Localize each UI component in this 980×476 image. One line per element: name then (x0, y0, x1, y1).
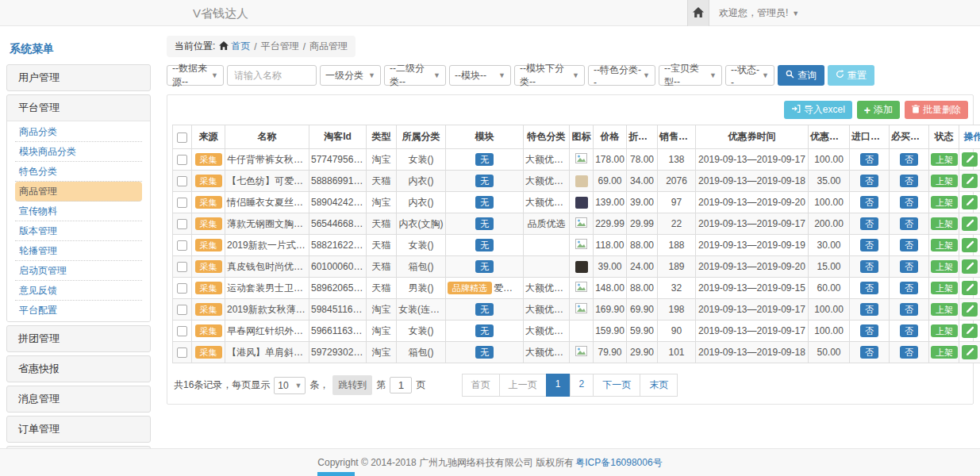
search-button[interactable]: 查询 (778, 65, 824, 86)
jump-page-input[interactable] (390, 377, 412, 393)
add-button[interactable]: + 添加 (857, 101, 900, 119)
sidebar-item-user-management[interactable]: 用户管理 (7, 65, 150, 90)
must-buy-toggle[interactable]: 否 (900, 324, 918, 338)
breadcrumb-home-link[interactable]: 首页 (219, 40, 250, 53)
must-buy-toggle[interactable]: 否 (900, 282, 918, 295)
edit-button[interactable] (962, 281, 978, 295)
edit-button[interactable] (962, 238, 978, 252)
module-none-badge[interactable]: 无 (475, 153, 494, 167)
sidebar-item-splash-management[interactable]: 启动页管理 (15, 261, 142, 281)
import-pick-toggle[interactable]: 否 (860, 260, 878, 274)
row-checkbox[interactable] (177, 198, 187, 208)
sidebar-item-message-management[interactable]: 消息管理 (7, 386, 150, 412)
module-none-badge[interactable]: 无 (475, 260, 494, 274)
status-badge[interactable]: 上架 (931, 324, 958, 338)
sidebar-item-version-management[interactable]: 版本管理 (15, 221, 142, 241)
import-pick-toggle[interactable]: 否 (860, 196, 878, 209)
edit-button[interactable] (962, 217, 978, 231)
must-buy-toggle[interactable]: 否 (900, 260, 918, 274)
filter-select-level1-category[interactable]: 一级分类▼ (320, 65, 381, 86)
row-checkbox[interactable] (177, 326, 187, 336)
breadcrumb-item-platform[interactable]: 平台管理 (261, 40, 299, 53)
sidebar-item-feature-category[interactable]: 特色分类 (15, 162, 142, 182)
user-menu[interactable]: 欢迎您，管理员! ▼ (719, 6, 799, 20)
row-checkbox[interactable] (177, 305, 187, 315)
row-checkbox[interactable] (177, 262, 187, 272)
import-excel-button[interactable]: 导入excel (784, 101, 852, 119)
import-pick-toggle[interactable]: 否 (860, 239, 878, 252)
sidebar-item-product-category[interactable]: 商品分类 (15, 122, 142, 142)
row-checkbox[interactable] (177, 176, 187, 186)
status-badge[interactable]: 上架 (931, 217, 958, 231)
row-checkbox[interactable] (177, 219, 187, 229)
module-none-badge[interactable]: 无 (475, 196, 494, 209)
must-buy-toggle[interactable]: 否 (900, 217, 918, 231)
filter-select-data-source[interactable]: --数据来源--▼ (167, 65, 224, 86)
edit-button[interactable] (962, 259, 978, 274)
import-pick-toggle[interactable]: 否 (860, 217, 878, 231)
sidebar-item-order-management[interactable]: 订单管理 (7, 416, 150, 442)
name-search-input[interactable] (227, 65, 317, 86)
page-button-2[interactable]: 2 (570, 374, 594, 397)
icp-link[interactable]: 粤ICP备16098006号 (575, 456, 662, 470)
first-page-button[interactable]: 首页 (462, 374, 500, 397)
edit-button[interactable] (962, 345, 978, 359)
sidebar-item-module-product-category[interactable]: 模块商品分类 (15, 142, 142, 162)
import-pick-toggle[interactable]: 否 (860, 282, 878, 295)
must-buy-toggle[interactable]: 否 (900, 196, 918, 209)
edit-button[interactable] (962, 152, 978, 167)
status-badge[interactable]: 上架 (931, 303, 958, 317)
must-buy-toggle[interactable]: 否 (900, 303, 918, 317)
row-checkbox[interactable] (177, 240, 187, 251)
jump-button[interactable]: 跳转到 (332, 375, 372, 395)
status-badge[interactable]: 上架 (931, 239, 958, 252)
filter-select-module[interactable]: --模块--▼ (449, 65, 511, 86)
row-checkbox[interactable] (177, 347, 187, 358)
status-badge[interactable]: 上架 (931, 196, 958, 209)
sidebar-item-groupbuy-management[interactable]: 拼团管理 (7, 326, 150, 351)
home-button[interactable] (687, 0, 709, 26)
must-buy-toggle[interactable]: 否 (900, 346, 918, 359)
must-buy-toggle[interactable]: 否 (900, 175, 918, 188)
status-badge[interactable]: 上架 (931, 282, 958, 295)
sidebar-item-feedback[interactable]: 意见反馈 (15, 281, 142, 301)
import-pick-toggle[interactable]: 否 (860, 153, 878, 167)
edit-button[interactable] (962, 174, 978, 188)
sidebar-item-product-management[interactable]: 商品管理 (15, 182, 142, 202)
import-pick-toggle[interactable]: 否 (860, 346, 878, 359)
row-checkbox[interactable] (177, 155, 187, 165)
status-badge[interactable]: 上架 (931, 175, 958, 188)
status-badge[interactable]: 上架 (931, 346, 958, 359)
import-pick-toggle[interactable]: 否 (860, 175, 878, 188)
row-checkbox[interactable] (177, 283, 187, 294)
module-none-badge[interactable]: 无 (475, 217, 494, 231)
prev-page-button[interactable]: 上一页 (499, 374, 547, 397)
last-page-button[interactable]: 末页 (640, 374, 678, 397)
select-all-checkbox[interactable] (177, 132, 187, 143)
status-badge[interactable]: 上架 (931, 153, 958, 167)
filter-select-status[interactable]: --状态--▼ (725, 65, 774, 86)
import-pick-toggle[interactable]: 否 (860, 324, 878, 338)
status-badge[interactable]: 上架 (931, 260, 958, 274)
filter-select-item-type[interactable]: --宝贝类型--▼ (659, 65, 722, 86)
module-none-badge[interactable]: 无 (475, 303, 494, 317)
must-buy-toggle[interactable]: 否 (900, 153, 918, 167)
module-none-badge[interactable]: 无 (475, 175, 494, 188)
sidebar-item-platform-config[interactable]: 平台配置 (15, 301, 142, 321)
sidebar-item-savings-express[interactable]: 省惠快报 (7, 356, 150, 382)
sidebar-item-carousel-management[interactable]: 轮播管理 (15, 241, 142, 261)
module-none-badge[interactable]: 无 (475, 239, 494, 252)
next-page-button[interactable]: 下一页 (593, 374, 640, 397)
module-none-badge[interactable]: 无 (475, 346, 494, 359)
edit-button[interactable] (962, 324, 978, 338)
reset-button[interactable]: 重置 (828, 65, 874, 86)
must-buy-toggle[interactable]: 否 (900, 239, 918, 252)
filter-select-feature-category[interactable]: --特色分类--▼ (588, 65, 655, 86)
sidebar-item-platform-management[interactable]: 平台管理 (7, 95, 150, 121)
batch-delete-button[interactable]: 批量删除 (905, 101, 968, 119)
page-button-1[interactable]: 1 (546, 374, 571, 397)
edit-button[interactable] (962, 195, 978, 209)
import-pick-toggle[interactable]: 否 (860, 303, 878, 317)
filter-select-level2-category[interactable]: --二级分类--▼ (384, 65, 446, 86)
sidebar-item-promo-material[interactable]: 宣传物料 (15, 202, 142, 221)
